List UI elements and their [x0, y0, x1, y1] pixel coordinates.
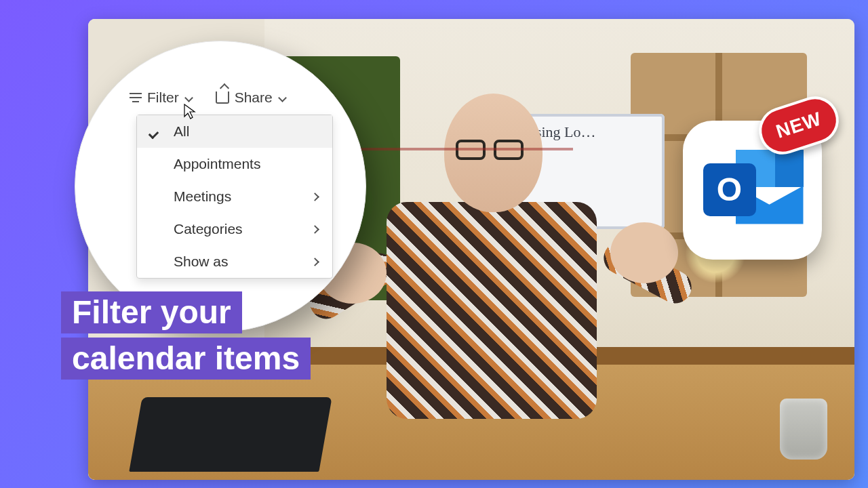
chevron-down-icon [278, 94, 286, 102]
calendar-toolbar: Filter Share [130, 83, 345, 112]
check-icon [149, 126, 163, 137]
filter-menu-item[interactable]: All [137, 115, 332, 148]
filter-menu-item-label: Meetings [174, 188, 231, 205]
filter-menu-item[interactable]: Appointments [137, 148, 332, 180]
filter-menu-item-label: Show as [174, 253, 229, 270]
chevron-right-icon [311, 258, 319, 266]
cursor-icon [184, 104, 196, 120]
share-button-label: Share [235, 89, 273, 106]
outlook-letter: O [703, 163, 756, 216]
presenter [346, 66, 637, 419]
jar [780, 399, 827, 460]
filter-menu-item[interactable]: Show as [137, 245, 332, 278]
share-button[interactable]: Share [216, 89, 286, 106]
filter-menu-item[interactable]: Categories [137, 213, 332, 245]
filter-menu-item[interactable]: Meetings [137, 180, 332, 213]
caption-line-1: Filter your [61, 291, 242, 333]
filter-menu-item-label: All [174, 123, 189, 140]
caption-line-2: calendar items [61, 338, 311, 380]
filter-icon [130, 93, 142, 102]
filter-menu-item-label: Categories [174, 221, 243, 237]
laptop [129, 397, 332, 472]
chevron-right-icon [311, 192, 319, 201]
filter-button-label: Filter [147, 89, 179, 106]
caption: Filter your calendar items [61, 287, 311, 380]
share-icon [216, 92, 229, 104]
filter-menu-item-label: Appointments [174, 156, 260, 172]
chevron-right-icon [311, 225, 319, 233]
filter-button[interactable]: Filter [130, 89, 193, 106]
chevron-down-icon [184, 94, 193, 102]
filter-dropdown[interactable]: AllAppointmentsMeetingsCategoriesShow as [136, 115, 333, 279]
